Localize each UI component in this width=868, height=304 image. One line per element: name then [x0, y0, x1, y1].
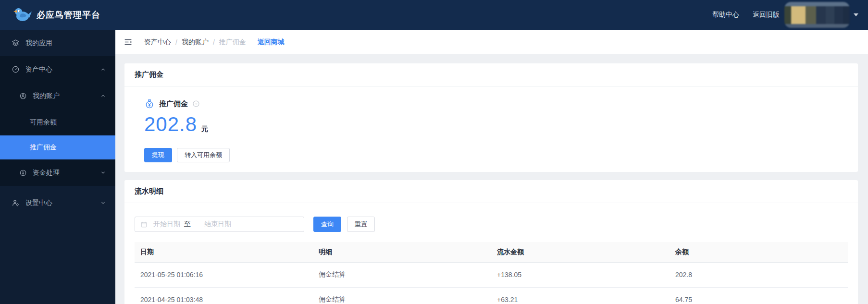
commission-card-head: 推广佣金	[124, 63, 858, 86]
table-cell: 202.8	[670, 262, 848, 287]
table-row: 2021-05-25 01:06:16佣金结算+138.05202.8	[135, 262, 848, 287]
return-old-version-link[interactable]: 返回旧版	[753, 11, 780, 19]
sidebar-item-label: 我的账户	[33, 92, 60, 100]
table-cell: 2021-04-25 01:03:48	[135, 287, 313, 304]
commission-unit: 元	[201, 125, 208, 134]
table-header-row: 日期 明细 流水金额 余额	[135, 242, 848, 262]
user-menu-caret-icon[interactable]	[854, 13, 858, 16]
back-to-mall-link[interactable]: 返回商城	[258, 38, 285, 47]
brand-title: 必应鸟管理平台	[37, 9, 100, 21]
breadcrumb-item-current: 推广佣金	[219, 38, 246, 47]
commission-amount: 202.8	[144, 113, 197, 136]
breadcrumb: 资产中心 / 我的账户 / 推广佣金	[144, 38, 246, 47]
sidebar-item-my-apps[interactable]: 我的应用	[0, 30, 115, 56]
svg-text:?: ?	[195, 102, 198, 106]
content: 推广佣金 推广佣金 ?	[115, 54, 868, 304]
table-cell: 佣金结算	[313, 287, 491, 304]
filter-row: 开始日期 至 结束日期 查询 重置	[135, 217, 848, 232]
column-header-flow-amount: 流水金额	[491, 242, 670, 262]
user-account-redacted[interactable]	[784, 2, 850, 28]
date-range-picker[interactable]: 开始日期 至 结束日期	[135, 217, 304, 232]
breadcrumb-separator: /	[213, 38, 215, 46]
help-center-link[interactable]: 帮助中心	[712, 11, 739, 19]
transfer-to-balance-button[interactable]: 转入可用余额	[177, 148, 230, 162]
column-header-date: 日期	[135, 242, 313, 262]
breadcrumb-separator: /	[175, 38, 177, 46]
commission-card-body: 推广佣金 ? 202.8 元 提现 转入可用余额	[124, 86, 858, 172]
main-area: 资产中心 / 我的账户 / 推广佣金 返回商城 推广佣金	[115, 30, 868, 304]
sidebar-item-available-balance[interactable]: 可用余额	[0, 109, 115, 135]
table-cell: 佣金结算	[313, 262, 491, 287]
sidebar-item-label: 设置中心	[25, 199, 52, 207]
sidebar-item-fund-processing[interactable]: 资金处理	[0, 159, 115, 186]
sidebar-item-label: 推广佣金	[30, 143, 57, 152]
header-right: 帮助中心 返回旧版	[699, 0, 858, 30]
sidebar-item-asset-center[interactable]: 资产中心	[0, 56, 115, 83]
top-header: 必应鸟管理平台 帮助中心 返回旧版	[0, 0, 868, 30]
sidebar-item-settings-center[interactable]: 设置中心	[0, 190, 115, 216]
sidebar-item-label: 可用余额	[30, 118, 57, 127]
bird-logo-icon	[13, 7, 32, 23]
date-range-separator: 至	[184, 220, 191, 229]
user-circle-icon	[19, 92, 27, 100]
shell: 我的应用 资产中心	[0, 30, 868, 304]
table-cell: 64.75	[670, 287, 848, 304]
money-bag-icon	[144, 98, 155, 109]
start-date-placeholder: 开始日期	[153, 220, 180, 229]
sidebar: 我的应用 资产中心	[0, 30, 115, 304]
card-title: 推广佣金	[135, 70, 163, 79]
flow-table: 日期 明细 流水金额 余额 2021-05-25 01:06:16佣金结算+13…	[135, 242, 848, 304]
end-date-placeholder: 结束日期	[204, 220, 231, 229]
breadcrumb-item-my-account[interactable]: 我的账户	[182, 38, 209, 47]
question-circle-icon[interactable]: ?	[192, 100, 200, 108]
yen-circle-icon	[19, 169, 27, 177]
chevron-down-icon	[100, 170, 106, 175]
menu-fold-icon[interactable]	[124, 38, 132, 46]
flow-table-body: 2021-05-25 01:06:16佣金结算+138.05202.82021-…	[135, 262, 848, 304]
layers-icon	[12, 39, 20, 47]
column-header-detail: 明细	[313, 242, 491, 262]
sidebar-item-label: 我的应用	[25, 39, 52, 48]
flow-card-head: 流水明细	[124, 180, 858, 203]
reset-button[interactable]: 重置	[347, 217, 375, 232]
asset-center-group: 资产中心 我的账户	[0, 56, 115, 186]
table-cell: 2021-05-25 01:06:16	[135, 262, 313, 287]
commission-label: 推广佣金	[159, 99, 188, 109]
app-window: 必应鸟管理平台 帮助中心 返回旧版	[0, 0, 868, 304]
table-row: 2021-04-25 01:03:48佣金结算+63.2164.75	[135, 287, 848, 304]
sidebar-item-promotion-commission[interactable]: 推广佣金	[0, 135, 115, 159]
chevron-up-icon	[100, 67, 106, 72]
withdraw-button[interactable]: 提现	[144, 148, 172, 162]
breadcrumb-bar: 资产中心 / 我的账户 / 推广佣金 返回商城	[115, 30, 868, 54]
calendar-icon	[140, 221, 148, 228]
flow-card-body: 开始日期 至 结束日期 查询 重置 日期 明细	[124, 203, 858, 304]
column-header-balance: 余额	[670, 242, 848, 262]
flow-detail-card: 流水明细 开始日期 至 结束日期	[124, 180, 858, 304]
brand: 必应鸟管理平台	[13, 7, 100, 23]
card-title: 流水明细	[135, 187, 163, 196]
chevron-down-icon	[100, 200, 106, 206]
query-button[interactable]: 查询	[313, 217, 341, 232]
sidebar-item-my-account[interactable]: 我的账户	[0, 83, 115, 109]
sidebar-item-label: 资金处理	[33, 169, 60, 177]
table-cell: +138.05	[491, 262, 670, 287]
user-gear-icon	[12, 199, 20, 207]
dashboard-icon	[12, 65, 20, 73]
commission-card: 推广佣金 推广佣金 ?	[124, 63, 858, 172]
table-cell: +63.21	[491, 287, 670, 304]
sidebar-item-label: 资产中心	[25, 65, 52, 74]
breadcrumb-item-asset-center[interactable]: 资产中心	[144, 38, 171, 47]
chevron-up-icon	[100, 93, 106, 98]
